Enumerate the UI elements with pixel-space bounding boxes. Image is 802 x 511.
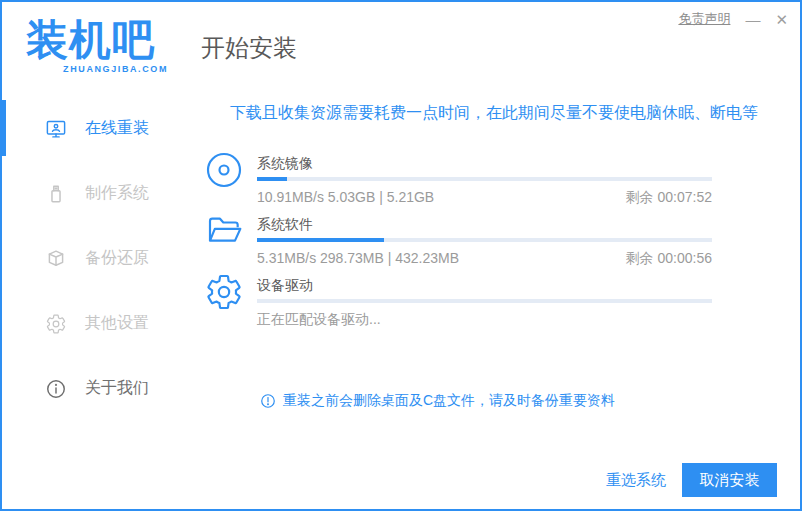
gear-icon bbox=[204, 272, 244, 312]
close-button[interactable]: ✕ bbox=[775, 12, 788, 27]
app-window: 装机吧 ZHUANGJIBA.COM 开始安装 免责声明 — ✕ bbox=[0, 0, 802, 511]
footer-actions: 重选系统 取消安装 bbox=[606, 463, 777, 497]
sidebar-item-label: 在线重装 bbox=[85, 118, 149, 139]
task-remaining: 剩余 00:00:56 bbox=[626, 250, 712, 266]
sidebar-item-online-reinstall[interactable]: 在线重装 bbox=[2, 96, 188, 161]
warning-text: 下载且收集资源需要耗费一点时间，在此期间尽量不要使电脑休眠、断电等 bbox=[188, 102, 800, 124]
task-title: 系统软件 bbox=[257, 216, 712, 232]
backup-note: 重装之前会删除桌面及C盘文件，请及时备份重要资料 bbox=[260, 392, 615, 410]
monitor-user-icon bbox=[45, 118, 67, 140]
reselect-system-button[interactable]: 重选系统 bbox=[606, 471, 666, 490]
backup-box-icon bbox=[45, 248, 67, 270]
task-list: 系统镜像 10.91MB/s 5.03GB | 5.21GB 剩余 00:07:… bbox=[204, 155, 800, 327]
alert-circle-icon bbox=[260, 393, 276, 409]
header: 装机吧 ZHUANGJIBA.COM 开始安装 免责声明 — ✕ bbox=[2, 2, 800, 90]
sidebar-item-label: 备份还原 bbox=[85, 248, 149, 269]
task-row-device-drivers: 设备驱动 正在匹配设备驱动... bbox=[204, 277, 800, 327]
progress-bar bbox=[257, 177, 712, 181]
progress-fill bbox=[257, 177, 287, 181]
disc-icon bbox=[204, 150, 244, 190]
logo-title: 装机吧 bbox=[26, 18, 168, 62]
minimize-button[interactable]: — bbox=[745, 12, 760, 27]
task-detail: 正在匹配设备驱动... bbox=[257, 311, 381, 327]
titlebar: 免责声明 — ✕ bbox=[678, 10, 788, 28]
page-title: 开始安装 bbox=[201, 32, 297, 64]
task-remaining: 剩余 00:07:52 bbox=[626, 189, 712, 205]
progress-fill bbox=[257, 238, 384, 242]
gear-icon bbox=[45, 313, 67, 335]
active-indicator bbox=[2, 100, 6, 156]
folder-icon bbox=[204, 211, 244, 251]
progress-bar bbox=[257, 238, 712, 242]
info-icon bbox=[45, 378, 67, 400]
sidebar-item-label: 制作系统 bbox=[85, 183, 149, 204]
backup-note-text: 重装之前会删除桌面及C盘文件，请及时备份重要资料 bbox=[283, 392, 615, 410]
progress-bar bbox=[257, 299, 712, 303]
task-row-system-image: 系统镜像 10.91MB/s 5.03GB | 5.21GB 剩余 00:07:… bbox=[204, 155, 800, 205]
app-logo: 装机吧 ZHUANGJIBA.COM bbox=[26, 18, 168, 73]
sidebar-item-backup-restore[interactable]: 备份还原 bbox=[2, 226, 188, 291]
task-detail: 5.31MB/s 298.73MB | 432.23MB bbox=[257, 250, 459, 266]
disclaimer-link[interactable]: 免责声明 bbox=[678, 10, 730, 28]
task-title: 系统镜像 bbox=[257, 155, 712, 171]
window-body: 在线重装 制作系统 bbox=[2, 90, 800, 509]
task-title: 设备驱动 bbox=[257, 277, 712, 293]
main-content: 下载且收集资源需要耗费一点时间，在此期间尽量不要使电脑休眠、断电等 系统镜像 bbox=[188, 90, 800, 509]
sidebar-item-about-us[interactable]: 关于我们 bbox=[2, 356, 188, 421]
sidebar-item-label: 其他设置 bbox=[85, 313, 149, 334]
task-row-system-software: 系统软件 5.31MB/s 298.73MB | 432.23MB 剩余 00:… bbox=[204, 216, 800, 266]
logo-subtitle: ZHUANGJIBA.COM bbox=[26, 64, 168, 74]
cancel-install-button[interactable]: 取消安装 bbox=[682, 463, 777, 497]
sidebar-item-other-settings[interactable]: 其他设置 bbox=[2, 291, 188, 356]
sidebar-item-make-system[interactable]: 制作系统 bbox=[2, 161, 188, 226]
sidebar-item-label: 关于我们 bbox=[85, 378, 149, 399]
usb-drive-icon bbox=[45, 183, 67, 205]
sidebar: 在线重装 制作系统 bbox=[2, 90, 188, 509]
task-detail: 10.91MB/s 5.03GB | 5.21GB bbox=[257, 189, 434, 205]
